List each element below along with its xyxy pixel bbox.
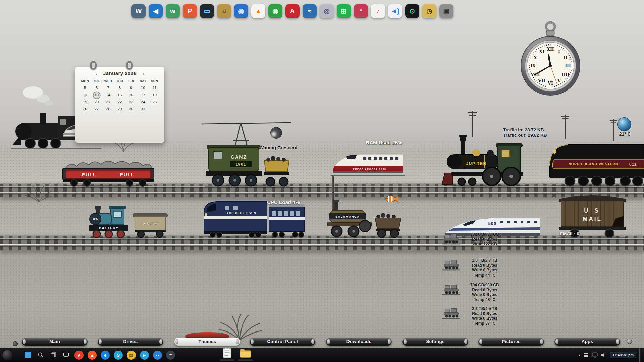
- watch-numeral: XII: [547, 47, 554, 52]
- email-count-label: EMAIL: 0: [549, 231, 590, 236]
- icon-glyph: ♪: [376, 8, 380, 14]
- navigator-app-icon[interactable]: ◀: [149, 4, 163, 18]
- files-taskbar-icon[interactable]: ▤: [127, 351, 136, 360]
- green-sphere-app-icon[interactable]: ◉: [268, 4, 282, 18]
- sign-settings-button[interactable]: Settings: [402, 338, 468, 346]
- calendar-ring-icon: [90, 61, 97, 70]
- disc-burner-app-icon[interactable]: ◎: [320, 4, 334, 18]
- corner-ball-icon[interactable]: [627, 339, 632, 344]
- display-app-icon[interactable]: ▭: [200, 4, 214, 18]
- disk-widget-4[interactable]: 2.2 TB/4.5 TB Read 0 Bytes Write 0 Bytes…: [442, 306, 506, 326]
- music-player-app-icon[interactable]: ♪: [371, 4, 385, 18]
- calendar-day: 21: [102, 99, 114, 106]
- vscode-taskbar-icon[interactable]: ‹›: [153, 351, 162, 360]
- start-button[interactable]: [23, 350, 32, 360]
- brave-taskbar-icon[interactable]: ▲: [88, 351, 97, 360]
- display-tray-icon[interactable]: [592, 352, 598, 358]
- skype-taskbar-icon[interactable]: S: [114, 351, 123, 360]
- red-flower-app-icon[interactable]: *: [354, 4, 368, 18]
- disk-widget-1[interactable]: 332 GB/931 GB Read 0 Bytes Write 122 KB: [442, 232, 506, 247]
- battery2-word: BATTERY: [99, 226, 119, 230]
- speaker-app-icon[interactable]: ◄): [388, 4, 402, 18]
- sign-pictures-button[interactable]: Pictures: [478, 338, 544, 346]
- disk-usage: 2.0 TB/2.7 TB: [464, 258, 506, 263]
- salamanca-train-widget[interactable]: SALAMANCA: [325, 200, 402, 238]
- clownfish-icon: [384, 194, 398, 204]
- watch-numeral: II: [564, 55, 568, 60]
- dow-label: TUE: [91, 78, 103, 84]
- task-view-button[interactable]: [49, 350, 58, 360]
- calendar-day: 12: [79, 92, 91, 99]
- icon-glyph: ▣: [443, 8, 450, 14]
- green-w-app-icon[interactable]: w: [166, 4, 180, 18]
- frecciarossa-train-widget[interactable]: FRECCIAROSSA 1000: [331, 149, 405, 176]
- calendar-day: 7: [102, 84, 114, 92]
- calendar-day: 14: [102, 92, 114, 99]
- disk-write: Write 122 KB: [464, 242, 506, 247]
- calendar-week-row: 12 13 14 15 16 17 18: [79, 92, 160, 99]
- calendar-widget[interactable]: ‹ January 2026 › MON TUE WED THU FRI SAT…: [75, 62, 164, 143]
- battery-toy-train-widget[interactable]: 0% BATTERY No Battery: [87, 204, 168, 239]
- icon-glyph: ≈: [308, 8, 312, 14]
- clock-tray[interactable]: 11:40:38 pm: [610, 352, 636, 358]
- task-view-icon: [50, 352, 56, 358]
- power-app-icon[interactable]: ⊙: [405, 4, 419, 18]
- show-desktop-button[interactable]: [639, 348, 641, 362]
- icon-glyph: ▲: [90, 353, 94, 358]
- sign-control-panel-button[interactable]: Control Panel: [250, 338, 315, 346]
- telegram-taskbar-icon[interactable]: ▸: [140, 351, 149, 360]
- chat-button[interactable]: [62, 350, 70, 360]
- tray-expand-chevron-icon[interactable]: ▴: [578, 353, 580, 357]
- watch-numeral: IX: [530, 63, 536, 68]
- docked-notepad-icon[interactable]: [220, 347, 234, 361]
- printer-tray-icon[interactable]: [583, 353, 589, 357]
- disk-widget-3[interactable]: 704 GB/930 GB Read 0 Bytes Write 0 Bytes…: [442, 283, 506, 302]
- mailcar-line1: U S: [584, 207, 600, 214]
- moon-phase-widget[interactable]: [270, 127, 282, 139]
- vlc-app-icon[interactable]: ▲: [251, 4, 265, 18]
- blue-wave-app-icon[interactable]: ≈: [303, 4, 317, 18]
- gold-gadget-app-icon[interactable]: ♫: [217, 4, 231, 18]
- icon-glyph: ▤: [129, 353, 133, 358]
- sign-themes-button[interactable]: Themes: [174, 338, 240, 346]
- notes-taskbar-icon[interactable]: ≡: [166, 351, 175, 360]
- docked-folder-icon[interactable]: [238, 347, 253, 361]
- watch-numeral: I: [558, 49, 560, 54]
- vivaldi-taskbar-icon[interactable]: V: [74, 351, 84, 360]
- writer-app-icon[interactable]: W: [131, 4, 146, 18]
- dow-label: SAT: [137, 78, 149, 84]
- disk-read: Read 0 Bytes: [464, 288, 506, 293]
- watch-numeral: V: [557, 78, 561, 83]
- disk-widget-2[interactable]: 2.0 TB/2.7 TB Read 0 Bytes Write 0 Bytes…: [442, 258, 506, 278]
- battery-coal-car-widget[interactable]: FULL FULL: [61, 155, 156, 187]
- weather-globe-widget[interactable]: [617, 117, 631, 131]
- volume-tray-icon[interactable]: [601, 352, 607, 358]
- dock-settings-icon[interactable]: [13, 341, 18, 346]
- calendar-next-button[interactable]: ›: [141, 71, 146, 76]
- calendar-day: 16: [125, 92, 137, 99]
- blue-orb-app-icon[interactable]: ◉: [234, 4, 248, 18]
- disk-usage: 332 GB/931 GB: [464, 232, 506, 237]
- disk-train-icon: [442, 232, 460, 245]
- icon-glyph: ◷: [426, 8, 432, 14]
- sign-apps-button[interactable]: Apps: [554, 338, 620, 346]
- sign-main-button[interactable]: Main: [22, 338, 88, 346]
- calendar-day: 11: [149, 84, 160, 92]
- p-media-app-icon[interactable]: P: [183, 4, 197, 18]
- train-app-icon[interactable]: ▣: [439, 4, 453, 18]
- windows-app-icon[interactable]: ⊞: [337, 4, 351, 18]
- start-orb-icon[interactable]: [2, 350, 13, 361]
- pocket-watch-clock-widget[interactable]: XII I II III IIII V VI VII VIII IX X XI: [520, 20, 581, 98]
- alarm-clock-app-icon[interactable]: ◷: [422, 4, 436, 18]
- us-mail-car-widget[interactable]: U S MAIL: [556, 186, 629, 239]
- disk-write: Write 0 Bytes: [464, 292, 506, 297]
- adobe-reader-app-icon[interactable]: A: [285, 4, 300, 18]
- edge-taskbar-icon[interactable]: e: [101, 351, 110, 360]
- traffic-out-label: Traffic out: 29.82 KB: [503, 133, 577, 138]
- sign-drives-button[interactable]: Drives: [98, 338, 163, 346]
- calendar-prev-button[interactable]: ‹: [94, 71, 98, 76]
- norfolk-611-train-widget[interactable]: NORFOLK AND WESTERN 611: [546, 133, 644, 187]
- chat-icon: [63, 352, 69, 358]
- sign-downloads-button[interactable]: Downloads: [326, 338, 392, 346]
- search-button[interactable]: [36, 350, 45, 360]
